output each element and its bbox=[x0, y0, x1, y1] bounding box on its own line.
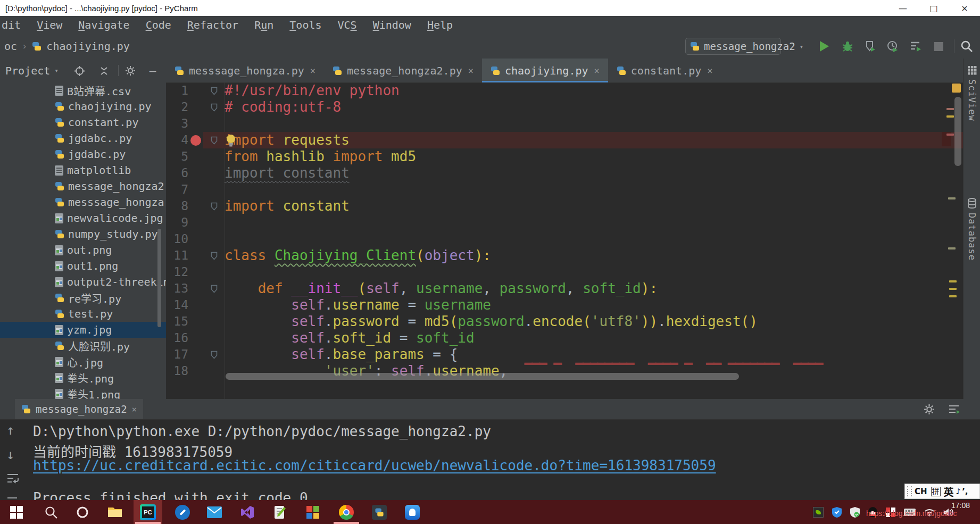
run-with-configuration-button[interactable] bbox=[908, 39, 924, 54]
fold-marker-icon[interactable] bbox=[211, 285, 218, 293]
code-line-3[interactable]: 3 bbox=[166, 115, 963, 132]
line-number[interactable]: 5 bbox=[166, 148, 188, 165]
stop-button[interactable] bbox=[931, 39, 946, 54]
code-line-15[interactable]: 15 self.password = md5(password.encode('… bbox=[166, 313, 963, 330]
code-text[interactable]: #!/usr/bin/env python bbox=[225, 82, 963, 99]
file-tree-item[interactable]: message_hongza2.p bbox=[0, 178, 166, 194]
line-number[interactable]: 17 bbox=[166, 346, 188, 363]
line-number[interactable]: 18 bbox=[166, 363, 188, 379]
menu-item-refactor[interactable]: Refactor bbox=[179, 19, 246, 31]
code-text[interactable]: import requests bbox=[225, 132, 963, 148]
vertical-scrollbar[interactable] bbox=[954, 97, 961, 166]
ime-marks-icon[interactable]: ’, bbox=[962, 487, 968, 496]
scroll-down-button[interactable]: ↓ bbox=[6, 448, 14, 461]
file-tree-item[interactable]: jgdabc.py bbox=[0, 146, 166, 162]
taskbar-button-visual-studio[interactable] bbox=[233, 500, 262, 524]
code-line-8[interactable]: 8import constant bbox=[166, 198, 963, 214]
tray-icon-nvidia[interactable] bbox=[813, 507, 824, 518]
code-line-13[interactable]: 13 def __init__(self, username, password… bbox=[166, 280, 963, 297]
fold-gutter[interactable] bbox=[203, 87, 225, 95]
file-tree-item[interactable]: matplotlib bbox=[0, 162, 166, 178]
menu-item-view[interactable]: View bbox=[29, 19, 70, 31]
tray-icon-pc-manager[interactable] bbox=[832, 507, 842, 518]
console-tab[interactable]: message_hongza2 × bbox=[15, 399, 143, 419]
fold-gutter[interactable] bbox=[203, 202, 225, 211]
taskbar-button-python-console[interactable] bbox=[365, 500, 394, 524]
file-tree-item[interactable]: 拳头.png bbox=[0, 370, 166, 386]
tool-button-database[interactable]: Database bbox=[964, 198, 980, 261]
line-number[interactable]: 16 bbox=[166, 330, 188, 346]
file-tree-item[interactable]: numpy_study.py bbox=[0, 226, 166, 242]
scroll-up-button[interactable]: ↑ bbox=[6, 423, 14, 437]
menu-item-navigate[interactable]: Navigate bbox=[70, 19, 137, 31]
line-number[interactable]: 13 bbox=[166, 280, 188, 297]
file-tree-item[interactable]: re学习.py bbox=[0, 290, 166, 306]
hide-panel-button[interactable]: — bbox=[147, 65, 159, 77]
menu-item-code[interactable]: Code bbox=[138, 19, 179, 31]
ime-punctuation-icon[interactable]: ♪ bbox=[956, 487, 961, 496]
ime-shape-toggle[interactable]: 拼 bbox=[931, 487, 941, 496]
line-number[interactable]: 9 bbox=[166, 214, 188, 231]
line-number[interactable]: 7 bbox=[166, 181, 188, 198]
code-line-7[interactable]: 7 bbox=[166, 181, 963, 198]
file-tree-item[interactable]: out1.png bbox=[0, 258, 166, 274]
code-text[interactable]: # coding:utf-8 bbox=[225, 99, 963, 115]
file-tree-item[interactable]: 人脸识别.py bbox=[0, 338, 166, 354]
code-text[interactable]: self.password = md5(password.encode('utf… bbox=[225, 313, 963, 330]
menu-item-window[interactable]: Window bbox=[365, 19, 419, 31]
file-tree-item[interactable]: messsage_hongza.p bbox=[0, 194, 166, 210]
fold-marker-icon[interactable] bbox=[211, 136, 218, 145]
code-line-9[interactable]: 9 bbox=[166, 214, 963, 231]
horizontal-scrollbar[interactable] bbox=[226, 373, 739, 380]
close-icon[interactable]: × bbox=[132, 404, 137, 414]
run-with-coverage-button[interactable] bbox=[862, 39, 878, 54]
line-number[interactable]: 14 bbox=[166, 297, 188, 313]
ime-mode-toggle[interactable]: 英 bbox=[944, 484, 954, 498]
line-number[interactable]: 3 bbox=[166, 115, 188, 132]
line-number[interactable]: 6 bbox=[166, 165, 188, 181]
line-number[interactable]: 12 bbox=[166, 264, 188, 280]
file-tree-item[interactable]: 心.jpg bbox=[0, 354, 166, 370]
project-panel-title[interactable]: Project bbox=[5, 64, 50, 77]
taskbar-button-notepadpp[interactable] bbox=[265, 500, 294, 524]
taskbar-button-mail[interactable] bbox=[200, 500, 229, 524]
taskbar-button-app-grid[interactable] bbox=[298, 500, 327, 524]
maximize-button[interactable]: □ bbox=[918, 0, 949, 16]
line-number[interactable]: 2 bbox=[166, 99, 188, 115]
taskbar-button-settings-blue[interactable] bbox=[168, 500, 197, 524]
file-tree-item[interactable]: chaojiying.py bbox=[0, 98, 166, 114]
code-text[interactable]: self.username = username bbox=[225, 297, 963, 313]
taskbar-clock[interactable]: 17:08 bbox=[951, 501, 970, 510]
debug-button[interactable] bbox=[840, 39, 856, 54]
collapse-all-button[interactable] bbox=[98, 65, 110, 77]
editor-tab-messsage_hongza.py[interactable]: messsage_hongza.py× bbox=[166, 59, 324, 82]
breadcrumb-root[interactable]: oc bbox=[4, 40, 17, 53]
panel-settings-button[interactable] bbox=[124, 65, 136, 77]
breakpoint-icon[interactable] bbox=[190, 135, 201, 146]
ime-language[interactable]: CH bbox=[915, 487, 927, 496]
menu-item-run[interactable]: Run bbox=[246, 19, 281, 31]
line-number[interactable]: 11 bbox=[166, 247, 188, 264]
project-scrollbar[interactable] bbox=[157, 229, 161, 327]
line-number[interactable]: 15 bbox=[166, 313, 188, 330]
code-line-10[interactable]: 10 bbox=[166, 231, 963, 247]
menu-item-dit[interactable]: dit bbox=[0, 19, 29, 31]
fold-gutter[interactable] bbox=[203, 285, 225, 293]
file-tree-item[interactable]: constant.py bbox=[0, 114, 166, 130]
console-url-link[interactable]: https://uc.creditcard.ecitic.com/citicca… bbox=[33, 458, 716, 473]
code-line-2[interactable]: 2# coding:utf-8 bbox=[166, 99, 963, 115]
code-line-4[interactable]: 4import requests bbox=[166, 132, 963, 148]
fold-marker-icon[interactable] bbox=[211, 252, 218, 260]
fold-gutter[interactable] bbox=[203, 351, 225, 359]
code-line-16[interactable]: 16 self.soft_id = soft_id bbox=[166, 330, 963, 346]
close-icon[interactable]: × bbox=[468, 65, 474, 76]
fold-marker-icon[interactable] bbox=[211, 103, 218, 112]
close-icon[interactable]: × bbox=[707, 65, 712, 76]
close-button[interactable]: × bbox=[949, 0, 980, 16]
ime-status-bar[interactable]: CH 拼 英 ♪ ’, bbox=[904, 484, 980, 499]
file-tree-item[interactable]: 拳头1.png bbox=[0, 386, 166, 399]
line-number[interactable]: 4 bbox=[166, 132, 188, 148]
inspection-indicator[interactable] bbox=[952, 84, 961, 93]
editor-tab-message_hongza2.py[interactable]: message_hongza2.py× bbox=[324, 59, 482, 82]
tool-button-sciview[interactable]: SciView bbox=[964, 66, 980, 121]
